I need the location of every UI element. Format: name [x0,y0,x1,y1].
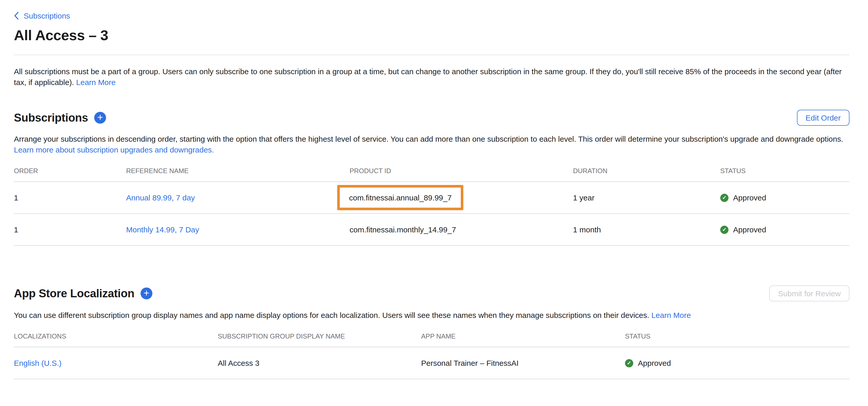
product-id-cell: com.fitnessai.annual_89.99_7 [349,193,452,202]
add-localization-button[interactable]: + [141,288,152,299]
chevron-left-icon [14,12,19,20]
breadcrumb[interactable]: Subscriptions [14,0,70,20]
localization-heading-group: App Store Localization + [14,287,152,300]
subscriptions-heading-group: Subscriptions + [14,111,106,124]
table-row: English (U.S.) All Access 3 Personal Tra… [14,347,849,379]
subscriptions-table: ORDER REFERENCE NAME PRODUCT ID DURATION… [14,167,849,246]
table-row: 1 Annual 89.99, 7 day com.fitnessai.annu… [14,182,849,214]
column-header-order: ORDER [14,167,126,175]
column-header-group-display-name: SUBSCRIPTION GROUP DISPLAY NAME [218,332,421,340]
subscriptions-section-header: Subscriptions + Edit Order [14,110,849,126]
localization-heading: App Store Localization [14,287,134,300]
order-cell: 1 [14,225,126,234]
column-header-product-id: PRODUCT ID [349,167,573,175]
localization-link[interactable]: English (U.S.) [14,358,62,367]
duration-cell: 1 month [573,225,720,234]
upgrades-downgrades-link[interactable]: Learn more about subscription upgrades a… [14,145,214,154]
status-badge: ✓ Approved [720,193,849,202]
plus-icon: + [97,112,103,122]
localization-description-text: You can use different subscription group… [14,311,649,319]
column-header-localizations: LOCALIZATIONS [14,332,218,340]
status-label: Approved [733,193,766,202]
content: Subscriptions All Access – 3 All subscri… [0,0,868,379]
table-row: 1 Monthly 14.99, 7 Day com.fitnessai.mon… [14,214,849,246]
app-name-cell: Personal Trainer – FitnessAI [421,358,625,367]
approved-check-icon: ✓ [720,194,728,202]
approved-check-icon: ✓ [625,359,633,367]
localization-table: LOCALIZATIONS SUBSCRIPTION GROUP DISPLAY… [14,332,849,379]
approved-check-icon: ✓ [720,225,728,234]
product-id-highlight-box: com.fitnessai.annual_89.99_7 [337,185,464,210]
breadcrumb-label: Subscriptions [24,11,70,20]
localization-learn-more-link[interactable]: Learn More [651,311,691,319]
subscriptions-description-paragraph: Arrange your subscriptions in descending… [14,134,849,155]
edit-order-button[interactable]: Edit Order [797,110,849,126]
status-badge: ✓ Approved [720,225,849,234]
localization-description-paragraph: You can use different subscription group… [14,310,849,320]
column-header-app-name: APP NAME [421,332,625,340]
page-title: All Access – 3 [14,27,849,44]
group-intro-text: All subscriptions must be a part of a gr… [14,67,842,87]
group-intro-paragraph: All subscriptions must be a part of a gr… [14,66,849,88]
add-subscription-button[interactable]: + [94,112,106,124]
plus-icon: + [144,288,149,298]
localization-section-header: App Store Localization + Submit for Revi… [14,285,849,301]
display-name-cell: All Access 3 [218,358,421,367]
order-cell: 1 [14,193,126,202]
subscriptions-heading: Subscriptions [14,111,88,124]
title-divider [14,55,849,55]
status-label: Approved [638,358,671,367]
column-header-duration: DURATION [573,167,720,175]
column-header-status: STATUS [720,167,849,175]
subscriptions-description-text: Arrange your subscriptions in descending… [14,135,843,143]
column-header-reference-name: REFERENCE NAME [126,167,349,175]
localization-table-header: LOCALIZATIONS SUBSCRIPTION GROUP DISPLAY… [14,332,849,347]
product-id-cell: com.fitnessai.monthly_14.99_7 [349,225,573,234]
page: Subscriptions All Access – 3 All subscri… [0,0,868,406]
column-header-status: STATUS [625,332,849,340]
intro-learn-more-link[interactable]: Learn More [76,78,116,87]
reference-name-link[interactable]: Monthly 14.99, 7 Day [126,225,199,234]
reference-name-link[interactable]: Annual 89.99, 7 day [126,193,195,202]
status-label: Approved [733,225,766,234]
submit-for-review-button[interactable]: Submit for Review [769,285,849,301]
status-badge: ✓ Approved [625,358,849,367]
duration-cell: 1 year [573,193,720,202]
subscriptions-table-header: ORDER REFERENCE NAME PRODUCT ID DURATION… [14,167,849,182]
